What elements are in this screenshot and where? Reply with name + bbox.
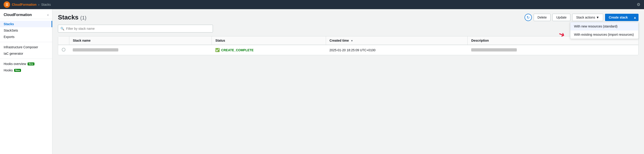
dropdown-item-new-resources[interactable]: With new resources (standard): [570, 22, 638, 30]
row-status: ✅ CREATE_COMPLETE: [212, 45, 326, 55]
table-body: ✅ CREATE_COMPLETE 2025-01-20 18:25:09 UT…: [58, 45, 638, 55]
sidebar-item-exports[interactable]: Exports: [0, 34, 52, 40]
sidebar-item-iac-generator[interactable]: IaC generator: [0, 50, 52, 57]
check-circle-icon: ✅: [215, 48, 220, 52]
row-stack-name[interactable]: [69, 45, 212, 55]
refresh-icon: ↻: [526, 15, 530, 20]
app-layout: CloudFormation ‹ Stacks StackSets Export…: [0, 9, 644, 154]
sidebar-item-stacks[interactable]: Stacks: [0, 21, 52, 27]
refresh-button[interactable]: ↻: [524, 14, 532, 21]
stacks-table: Stack name Status Created time ▼ Descrip…: [58, 36, 638, 55]
row-created-time: 2025-01-20 18:25:09 UTC+0100: [326, 45, 468, 55]
sidebar-nav: Stacks StackSets Exports Infrastructure …: [0, 19, 52, 75]
search-box: 🔍: [58, 25, 213, 33]
breadcrumb-separator: ›: [38, 3, 40, 7]
sidebar-header: CloudFormation ‹: [0, 9, 52, 19]
sidebar-collapse-button[interactable]: ‹: [48, 13, 48, 17]
create-stack-button[interactable]: Create stack: [605, 14, 632, 21]
page-title: Stacks (1): [58, 14, 86, 21]
filter-row: 🔍 Filter status Active ▼ ✎: [58, 25, 638, 33]
sidebar-item-stacksets[interactable]: StackSets: [0, 27, 52, 34]
dropdown-item-existing-resources[interactable]: With existing resources (import resource…: [570, 30, 638, 39]
stack-actions-button[interactable]: Stack actions ▼: [572, 14, 603, 21]
sidebar-item-infra-composer[interactable]: Infrastructure Composer: [0, 44, 52, 50]
stack-count: (1): [80, 15, 86, 21]
stack-name-value: [73, 48, 118, 51]
sidebar-item-hooks[interactable]: Hooks New: [0, 67, 52, 73]
top-navigation: ☰ CloudFormation › Stacks ⚙: [0, 0, 644, 9]
search-input[interactable]: [66, 27, 210, 30]
hooks-new-badge: New: [14, 69, 21, 72]
stacks-table-container: Stack name Status Created time ▼ Descrip…: [58, 36, 638, 55]
header-actions: ↻ Delete Update Stack actions ▼ Create s…: [524, 14, 638, 21]
main-content: Stacks (1) ↻ Delete Update Stack actions…: [52, 9, 644, 154]
update-button[interactable]: Update: [552, 14, 570, 21]
description-value: [471, 48, 517, 51]
table-header: Stack name Status Created time ▼ Descrip…: [58, 36, 638, 45]
create-stack-arrow-button[interactable]: ▲: [632, 14, 638, 21]
create-stack-up-icon: ▲: [634, 16, 636, 19]
status-badge: ✅ CREATE_COMPLETE: [215, 48, 322, 52]
page-header: Stacks (1) ↻ Delete Update Stack actions…: [58, 14, 638, 21]
radio-button[interactable]: [62, 48, 66, 51]
table-row: ✅ CREATE_COMPLETE 2025-01-20 18:25:09 UT…: [58, 45, 638, 55]
sort-icon: ▼: [350, 39, 353, 42]
th-status[interactable]: Status: [212, 36, 326, 45]
delete-button[interactable]: Delete: [534, 14, 550, 21]
sidebar-item-hooks-overview[interactable]: Hooks overview New: [0, 61, 52, 67]
aws-icon: ☰: [6, 3, 8, 7]
sidebar-title: CloudFormation: [4, 13, 32, 17]
th-select: [58, 36, 69, 45]
stack-actions-chevron-icon: ▼: [596, 16, 599, 19]
sidebar: CloudFormation ‹ Stacks StackSets Export…: [0, 9, 52, 154]
search-icon: 🔍: [60, 27, 64, 30]
cloudformation-brand-link[interactable]: CloudFormation: [12, 3, 36, 7]
row-radio-cell[interactable]: [58, 45, 69, 55]
breadcrumb-page: Stacks: [41, 3, 51, 7]
sidebar-divider-1: [0, 42, 52, 42]
aws-logo-button[interactable]: ☰: [4, 1, 10, 8]
row-description: [468, 45, 638, 55]
hooks-overview-new-badge: New: [28, 62, 35, 65]
th-stack-name[interactable]: Stack name: [69, 36, 212, 45]
th-created-time[interactable]: Created time ▼: [326, 36, 468, 45]
settings-icon[interactable]: ⚙: [637, 2, 640, 7]
create-stack-group: Create stack ▲: [605, 14, 638, 21]
create-stack-dropdown: ➜ With new resources (standard) With exi…: [570, 22, 638, 39]
